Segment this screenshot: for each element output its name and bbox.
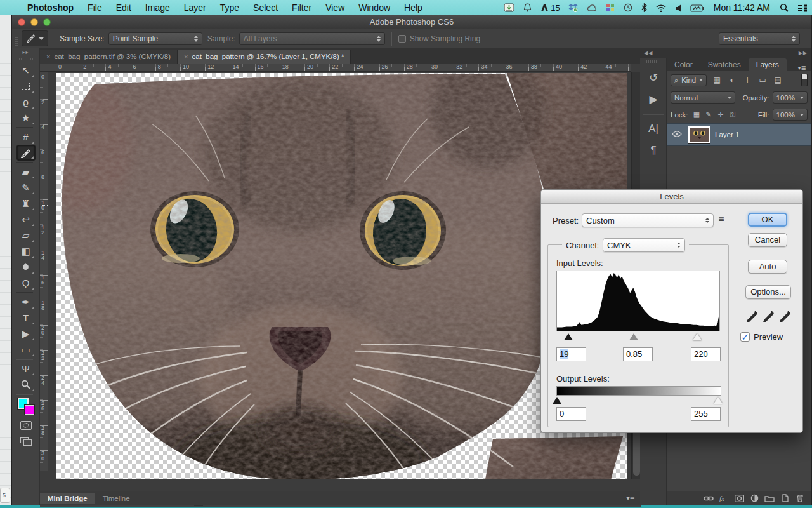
filter-kind-dropdown[interactable]: ⌕ Kind bbox=[671, 74, 707, 86]
current-tool-chip[interactable] bbox=[22, 30, 48, 46]
time-machine-icon[interactable] bbox=[619, 0, 637, 15]
eraser-tool[interactable]: ▱ bbox=[16, 227, 36, 243]
auto-button[interactable]: Auto bbox=[748, 260, 787, 274]
menubar-clock[interactable]: Mon 11:42 AM bbox=[709, 3, 775, 13]
vertical-ruler[interactable]: 024681 01 21 41 61 82 02 22 42 62 83 03 … bbox=[40, 72, 48, 471]
dropbox-icon[interactable] bbox=[564, 0, 582, 15]
preview-checkbox[interactable]: ✓ Preview bbox=[740, 332, 783, 342]
shape-filter-icon[interactable]: ▭ bbox=[756, 74, 769, 86]
menu-photoshop[interactable]: Photoshop bbox=[20, 3, 81, 13]
expand-panels-icon[interactable]: ▶▶ bbox=[799, 50, 808, 56]
brush-tool[interactable]: ✎ bbox=[16, 180, 36, 196]
adjustment-filter-icon[interactable]: ◐ bbox=[725, 74, 739, 86]
crop-tool[interactable]: # bbox=[16, 129, 36, 145]
pixel-filter-icon[interactable]: ▦ bbox=[710, 74, 724, 86]
hand-tool[interactable]: Ψ bbox=[16, 361, 36, 377]
layer-thumbnail[interactable] bbox=[688, 126, 710, 143]
color-swatches[interactable] bbox=[16, 396, 36, 417]
bottom-tab-mini-bridge[interactable]: Mini Bridge bbox=[40, 493, 95, 504]
panel-tab-swatches[interactable]: Swatches bbox=[700, 58, 749, 71]
horizontal-ruler[interactable]: 0246810121416182022242628303234363840424… bbox=[48, 64, 631, 72]
history-brush-tool[interactable]: ↩ bbox=[16, 211, 36, 227]
battery-icon[interactable] bbox=[686, 1, 709, 16]
zoom-tool[interactable] bbox=[16, 377, 36, 392]
output-white-field[interactable]: 255 bbox=[691, 407, 721, 421]
output-black-field[interactable]: 0 bbox=[556, 407, 586, 421]
options-button[interactable]: Options... bbox=[745, 285, 791, 299]
bottom-panel-menu-icon[interactable]: ▾≣ bbox=[627, 495, 635, 502]
colorsync-icon[interactable] bbox=[601, 0, 619, 15]
filtering-toggle[interactable] bbox=[801, 74, 808, 86]
menu-select[interactable]: Select bbox=[246, 3, 285, 13]
creative-cloud-icon[interactable] bbox=[582, 1, 601, 16]
healing-brush-tool[interactable]: ▰ bbox=[16, 164, 36, 180]
download-tray-icon[interactable] bbox=[499, 0, 519, 15]
paragraph-panel-icon[interactable]: ¶ bbox=[640, 140, 667, 161]
cancel-button[interactable]: Cancel bbox=[748, 233, 787, 247]
channel-dropdown[interactable]: CMYK bbox=[603, 238, 685, 252]
dodge-tool[interactable]: Ϙ bbox=[16, 275, 36, 291]
move-tool[interactable]: ↖ bbox=[16, 62, 36, 78]
input-gamma-field[interactable]: 0.85 bbox=[623, 347, 653, 361]
marquee-tool[interactable] bbox=[16, 78, 36, 94]
panel-tab-layers[interactable]: Layers bbox=[749, 58, 787, 71]
eyedropper-tool[interactable] bbox=[16, 145, 36, 161]
pen-tool[interactable]: ✒ bbox=[16, 294, 36, 310]
type-filter-icon[interactable]: T bbox=[740, 74, 754, 86]
history-panel-icon[interactable]: ↺ bbox=[640, 67, 667, 88]
fill-dropdown[interactable]: 100% bbox=[773, 109, 808, 121]
adjustment-layer-icon[interactable] bbox=[748, 493, 761, 504]
menu-layer[interactable]: Layer bbox=[177, 3, 213, 13]
menu-filter[interactable]: Filter bbox=[285, 3, 318, 13]
panel-tab-color[interactable]: Color bbox=[667, 58, 700, 71]
lock-all-icon[interactable]: ⚿ bbox=[728, 109, 738, 120]
quick-mask-button[interactable] bbox=[16, 417, 36, 433]
menu-view[interactable]: View bbox=[318, 3, 351, 13]
lock-position-icon[interactable]: ✛ bbox=[716, 109, 726, 120]
ok-button[interactable]: OK bbox=[748, 213, 787, 227]
spotlight-icon[interactable] bbox=[775, 0, 793, 15]
preset-dropdown[interactable]: Custom bbox=[582, 213, 714, 227]
levels-dialog-title[interactable]: Levels bbox=[541, 190, 802, 204]
notifications-bell-icon[interactable] bbox=[519, 0, 536, 15]
black-point-eyedropper-icon[interactable] bbox=[746, 309, 759, 324]
actions-panel-icon[interactable]: ▶ bbox=[640, 88, 667, 110]
layer-mask-icon[interactable] bbox=[733, 493, 745, 504]
opacity-dropdown[interactable]: 100% bbox=[773, 91, 808, 104]
layer-group-icon[interactable] bbox=[763, 493, 776, 504]
character-panel-icon[interactable]: A| bbox=[640, 118, 667, 140]
ruler-corner[interactable] bbox=[40, 64, 48, 72]
workspace-dropdown[interactable]: Essentials bbox=[719, 32, 800, 45]
lock-transparency-icon[interactable]: ▦ bbox=[691, 109, 702, 120]
menu-edit[interactable]: Edit bbox=[109, 3, 138, 13]
input-white-field[interactable]: 220 bbox=[691, 347, 721, 361]
input-white-slider[interactable] bbox=[693, 333, 702, 340]
sample-size-dropdown[interactable]: Point Sample bbox=[108, 32, 202, 45]
output-black-slider[interactable] bbox=[553, 397, 561, 404]
input-gamma-slider[interactable] bbox=[629, 333, 638, 340]
menu-file[interactable]: File bbox=[81, 3, 109, 13]
layer-name[interactable]: Layer 1 bbox=[715, 131, 739, 138]
window-titlebar[interactable]: Adobe Photoshop CS6 bbox=[12, 15, 811, 29]
notification-center-icon[interactable] bbox=[793, 1, 812, 16]
blend-mode-dropdown[interactable]: Normal bbox=[671, 91, 735, 104]
menu-type[interactable]: Type bbox=[213, 3, 246, 13]
layers-panel-menu-icon[interactable]: ▾≣ bbox=[798, 64, 806, 71]
collapse-panels-icon[interactable]: ◀◀ bbox=[644, 50, 653, 56]
input-black-field[interactable]: 19 bbox=[556, 347, 586, 361]
preset-options-icon[interactable]: ≣ bbox=[718, 215, 724, 224]
gradient-tool[interactable]: ◧ bbox=[16, 243, 36, 259]
menu-help[interactable]: Help bbox=[397, 3, 429, 13]
white-point-eyedropper-icon[interactable] bbox=[779, 309, 792, 324]
blur-tool[interactable] bbox=[16, 259, 36, 275]
gray-point-eyedropper-icon[interactable] bbox=[763, 309, 775, 324]
type-tool[interactable]: T bbox=[16, 310, 36, 326]
close-tab-icon[interactable]: × bbox=[184, 53, 188, 60]
clone-stamp-tool[interactable]: ♜ bbox=[16, 196, 36, 211]
input-black-slider[interactable] bbox=[564, 333, 573, 340]
magic-wand-tool[interactable]: ★ bbox=[16, 110, 36, 126]
delete-layer-icon[interactable] bbox=[794, 493, 806, 504]
layer-visibility-eye-icon[interactable] bbox=[671, 123, 683, 146]
output-white-slider[interactable] bbox=[714, 397, 723, 404]
bottom-tab-timeline[interactable]: Timeline bbox=[95, 493, 138, 504]
